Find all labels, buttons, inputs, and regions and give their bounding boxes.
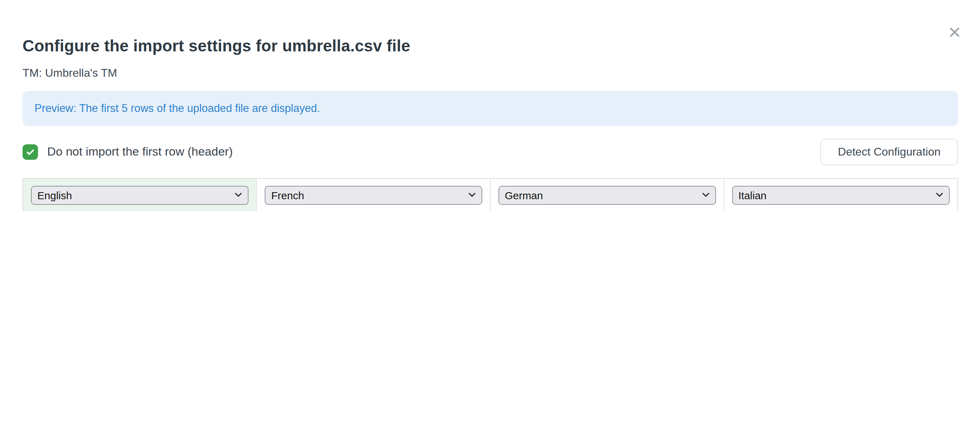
detect-configuration-button[interactable]: Detect Configuration xyxy=(820,139,958,166)
column-header-4: Italian xyxy=(724,178,958,211)
language-select-col-4[interactable]: Italian xyxy=(732,185,950,204)
column-header-1: English xyxy=(23,178,257,211)
checkbox-checked-icon[interactable] xyxy=(22,144,38,160)
preview-table: English French xyxy=(22,178,958,211)
options-row: Do not import the first row (header) Det… xyxy=(22,139,958,166)
language-select-row: English French xyxy=(23,178,958,211)
column-header-2: French xyxy=(257,178,491,211)
column-header-3: German xyxy=(490,178,724,211)
preview-info-text: Preview: The first 5 rows of the uploade… xyxy=(35,102,320,115)
page-title: Configure the import settings for umbrel… xyxy=(22,37,410,56)
language-select-col-2[interactable]: French xyxy=(265,185,483,204)
close-icon[interactable]: × xyxy=(948,21,961,43)
preview-info-banner: Preview: The first 5 rows of the uploade… xyxy=(22,91,958,126)
skip-header-checkbox[interactable]: Do not import the first row (header) xyxy=(22,144,233,160)
tm-label: TM: Umbrella's TM xyxy=(22,67,117,80)
import-settings-dialog: Configure the import settings for umbrel… xyxy=(0,0,980,211)
language-select-col-1[interactable]: English xyxy=(31,185,249,204)
language-select-col-3[interactable]: German xyxy=(498,185,716,204)
skip-header-label: Do not import the first row (header) xyxy=(47,145,233,159)
